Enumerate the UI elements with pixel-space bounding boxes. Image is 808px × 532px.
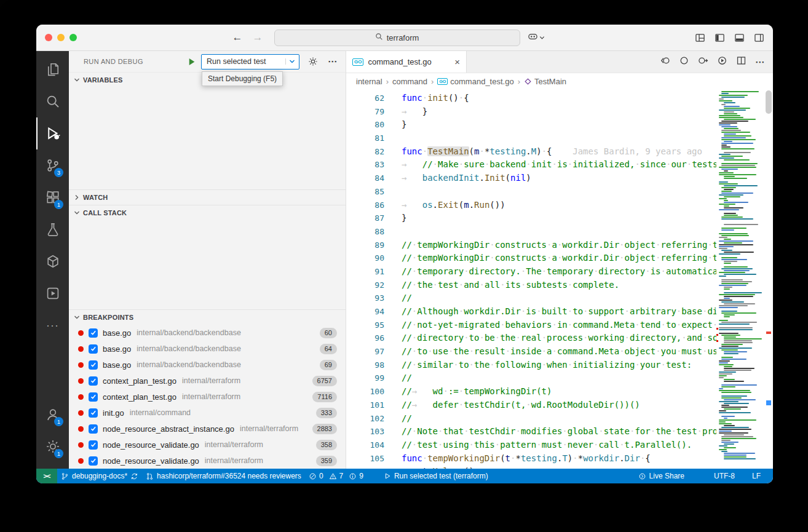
code-line: 95//·not-yet-migrated·behaviors·in·comma… <box>346 319 716 332</box>
activity-testing[interactable] <box>36 213 69 245</box>
activity-search[interactable] <box>36 85 69 117</box>
minimap-line <box>724 368 755 369</box>
minimap-line <box>724 314 735 316</box>
minimap-line <box>719 421 726 423</box>
call-stack-section-header[interactable]: CALL STACK <box>69 205 346 220</box>
breakpoint-checkbox[interactable] <box>89 440 98 450</box>
breakpoint-checkbox[interactable] <box>89 424 98 434</box>
pull-request-indicator[interactable]: hashicorp/terraform#36524 needs reviewer… <box>142 469 305 483</box>
record-circle-icon[interactable] <box>679 55 689 68</box>
branch-indicator[interactable]: debugging-docs* <box>57 469 142 483</box>
activity-extensions[interactable]: 1 <box>36 181 69 213</box>
breakpoint-checkbox[interactable] <box>89 344 98 354</box>
breakpoints-list: base.gointernal/backend/backendbase60bas… <box>69 325 346 469</box>
minimap-line <box>719 377 724 378</box>
breadcrumb-command[interactable]: command <box>392 77 427 86</box>
breakpoint-path: internal/terraform <box>205 456 263 465</box>
chevron-right-icon: › <box>386 77 389 86</box>
toggle-panel-icon[interactable] <box>734 33 745 43</box>
breakpoint-row[interactable]: base.gointernal/backend/backendbase60 <box>69 325 346 341</box>
navigate-forward-button[interactable]: → <box>253 31 263 44</box>
minimap-line <box>724 202 748 203</box>
breakpoint-row[interactable]: context_plan_test.gointernal/terraform71… <box>69 389 346 405</box>
breadcrumb-symbol[interactable]: TestMain <box>524 77 566 86</box>
navigate-back-circle-icon[interactable] <box>660 55 670 68</box>
remote-indicator[interactable]: >< <box>36 469 57 483</box>
breakpoint-file: node_resource_abstract_instance.go <box>103 424 234 434</box>
activity-settings[interactable]: 1 <box>36 431 69 463</box>
activity-extension-cube[interactable] <box>36 245 69 277</box>
chevron-right-icon: › <box>518 77 520 86</box>
minimap-line <box>721 427 749 428</box>
start-debugging-button[interactable] <box>187 57 196 66</box>
minimap-line <box>719 383 764 384</box>
command-center-search[interactable]: terraform <box>274 30 520 46</box>
close-tab-icon[interactable]: × <box>454 57 460 66</box>
activity-accounts[interactable]: 1 <box>36 399 69 431</box>
minimap-line <box>721 451 727 452</box>
title-bar[interactable]: ← → terraform <box>36 25 773 51</box>
breakpoint-row[interactable]: base.gointernal/backend/backendbase69 <box>69 357 346 373</box>
breakpoint-checkbox[interactable] <box>89 392 98 402</box>
code-line: 86→ os.Exit(m.Run()) <box>346 199 716 212</box>
breakpoint-checkbox[interactable] <box>89 328 98 338</box>
scrollbar-thumb[interactable] <box>766 90 772 114</box>
zoom-window-button[interactable] <box>69 34 77 41</box>
chevron-down-icon <box>74 314 80 320</box>
breakpoint-checkbox[interactable] <box>89 376 98 386</box>
watch-section-header[interactable]: WATCH <box>69 189 346 205</box>
minimap-line <box>721 169 738 170</box>
run-test-circle-icon[interactable] <box>717 55 727 68</box>
minimap-line <box>724 303 755 304</box>
problems-indicator[interactable]: 0 7 9 <box>305 469 370 483</box>
minimize-window-button[interactable] <box>57 34 65 41</box>
activity-more[interactable]: ··· <box>36 309 69 341</box>
toggle-secondary-sidebar-icon[interactable] <box>754 33 764 43</box>
breakpoint-checkbox[interactable] <box>89 408 98 418</box>
code-line: 92//·the·test·and·all·its·subtests·compl… <box>346 279 716 292</box>
minimap-line <box>724 399 756 400</box>
split-editor-icon[interactable] <box>736 55 747 68</box>
continue-circle-icon[interactable] <box>698 55 708 68</box>
activity-explorer[interactable] <box>36 54 69 85</box>
breakpoint-checkbox[interactable] <box>89 360 98 370</box>
run-config-indicator[interactable]: Run selected test (terraform) <box>380 469 492 483</box>
debug-settings-gear-icon[interactable] <box>308 57 318 66</box>
close-window-button[interactable] <box>45 34 52 41</box>
ruler-mark-blue <box>766 400 771 405</box>
breakpoint-row[interactable]: context_plan_test.gointernal/terraform67… <box>69 373 346 389</box>
code-editor[interactable]: 62func·init()·{79→ }80}8182func·TestMain… <box>346 89 773 469</box>
ruler-mark-red <box>766 332 771 334</box>
encoding-indicator[interactable]: UTF-8 <box>710 469 739 483</box>
minimap-line <box>724 379 735 380</box>
editor-more-actions-icon[interactable]: ⋯ <box>755 57 764 68</box>
search-icon <box>375 33 383 42</box>
minimap-line <box>719 95 748 96</box>
tab-command-test-go[interactable]: GO command_test.go × <box>346 51 467 73</box>
activity-extension-run[interactable] <box>36 277 69 309</box>
navigate-back-button[interactable]: ← <box>232 31 243 44</box>
minimap-line <box>724 266 748 268</box>
copilot-menu-button[interactable] <box>528 31 545 44</box>
minimap-line <box>721 281 752 282</box>
minimap[interactable] <box>716 89 764 469</box>
breakpoints-section-header[interactable]: BREAKPOINTS <box>69 309 346 325</box>
breakpoint-checkbox[interactable] <box>89 456 98 466</box>
breadcrumb-internal[interactable]: internal <box>356 77 382 86</box>
launch-config-dropdown[interactable]: Run selected test <box>201 54 299 69</box>
breadcrumb-file[interactable]: GO command_test.go <box>437 77 513 86</box>
toggle-primary-sidebar-icon[interactable] <box>715 33 725 43</box>
minimap-line <box>721 346 739 347</box>
breakpoint-row[interactable]: node_resource_abstract_instance.gointern… <box>69 421 346 437</box>
activity-source-control[interactable]: 3 <box>36 149 69 181</box>
breakpoint-row[interactable]: init.gointernal/command333 <box>69 405 346 421</box>
customize-layout-icon[interactable] <box>695 33 705 43</box>
breakpoint-row[interactable]: node_resource_validate.gointernal/terraf… <box>69 437 346 453</box>
live-share-button[interactable]: Live Share <box>635 469 688 483</box>
breakpoint-row[interactable]: node_resource_validate.gointernal/terraf… <box>69 453 346 469</box>
activity-run-and-debug[interactable] <box>36 117 69 149</box>
minimap-line <box>724 252 754 253</box>
views-more-actions-icon[interactable]: ⋯ <box>328 56 337 67</box>
breakpoint-row[interactable]: base.gointernal/backend/backendbase64 <box>69 341 346 357</box>
eol-indicator[interactable]: LF <box>748 469 764 483</box>
